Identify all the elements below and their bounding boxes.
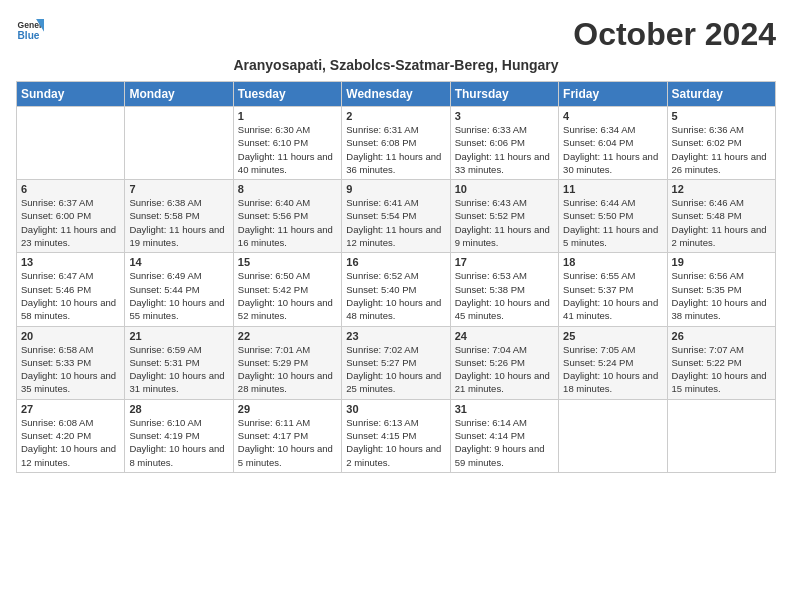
day-info: Sunrise: 7:05 AM Sunset: 5:24 PM Dayligh… [563,343,662,396]
day-number: 17 [455,256,554,268]
svg-text:Blue: Blue [18,30,40,41]
day-cell: 22Sunrise: 7:01 AM Sunset: 5:29 PM Dayli… [233,326,341,399]
day-info: Sunrise: 6:38 AM Sunset: 5:58 PM Dayligh… [129,196,228,249]
day-info: Sunrise: 6:08 AM Sunset: 4:20 PM Dayligh… [21,416,120,469]
day-info: Sunrise: 6:43 AM Sunset: 5:52 PM Dayligh… [455,196,554,249]
day-cell: 20Sunrise: 6:58 AM Sunset: 5:33 PM Dayli… [17,326,125,399]
day-cell: 31Sunrise: 6:14 AM Sunset: 4:14 PM Dayli… [450,399,558,472]
day-info: Sunrise: 6:59 AM Sunset: 5:31 PM Dayligh… [129,343,228,396]
day-info: Sunrise: 6:53 AM Sunset: 5:38 PM Dayligh… [455,269,554,322]
day-number: 20 [21,330,120,342]
day-cell: 10Sunrise: 6:43 AM Sunset: 5:52 PM Dayli… [450,180,558,253]
day-number: 13 [21,256,120,268]
subtitle: Aranyosapati, Szabolcs-Szatmar-Bereg, Hu… [16,57,776,73]
day-cell [667,399,775,472]
week-row-5: 27Sunrise: 6:08 AM Sunset: 4:20 PM Dayli… [17,399,776,472]
day-number: 18 [563,256,662,268]
day-cell [17,107,125,180]
day-cell: 18Sunrise: 6:55 AM Sunset: 5:37 PM Dayli… [559,253,667,326]
month-title: October 2024 [573,16,776,53]
day-number: 15 [238,256,337,268]
day-cell: 28Sunrise: 6:10 AM Sunset: 4:19 PM Dayli… [125,399,233,472]
day-cell: 11Sunrise: 6:44 AM Sunset: 5:50 PM Dayli… [559,180,667,253]
day-number: 22 [238,330,337,342]
week-row-1: 1Sunrise: 6:30 AM Sunset: 6:10 PM Daylig… [17,107,776,180]
day-cell: 16Sunrise: 6:52 AM Sunset: 5:40 PM Dayli… [342,253,450,326]
day-number: 10 [455,183,554,195]
day-number: 2 [346,110,445,122]
day-info: Sunrise: 6:44 AM Sunset: 5:50 PM Dayligh… [563,196,662,249]
weekday-header-sunday: Sunday [17,82,125,107]
day-info: Sunrise: 6:30 AM Sunset: 6:10 PM Dayligh… [238,123,337,176]
day-cell: 9Sunrise: 6:41 AM Sunset: 5:54 PM Daylig… [342,180,450,253]
day-info: Sunrise: 7:07 AM Sunset: 5:22 PM Dayligh… [672,343,771,396]
day-cell: 8Sunrise: 6:40 AM Sunset: 5:56 PM Daylig… [233,180,341,253]
day-cell: 25Sunrise: 7:05 AM Sunset: 5:24 PM Dayli… [559,326,667,399]
page-container: General Blue October 2024 Aranyosapati, … [0,0,792,481]
weekday-header-saturday: Saturday [667,82,775,107]
day-number: 29 [238,403,337,415]
day-info: Sunrise: 6:49 AM Sunset: 5:44 PM Dayligh… [129,269,228,322]
weekday-header-monday: Monday [125,82,233,107]
day-cell: 5Sunrise: 6:36 AM Sunset: 6:02 PM Daylig… [667,107,775,180]
weekday-header-tuesday: Tuesday [233,82,341,107]
header: General Blue October 2024 [16,16,776,53]
day-cell: 6Sunrise: 6:37 AM Sunset: 6:00 PM Daylig… [17,180,125,253]
day-cell: 2Sunrise: 6:31 AM Sunset: 6:08 PM Daylig… [342,107,450,180]
day-number: 6 [21,183,120,195]
day-cell: 26Sunrise: 7:07 AM Sunset: 5:22 PM Dayli… [667,326,775,399]
day-number: 27 [21,403,120,415]
week-row-3: 13Sunrise: 6:47 AM Sunset: 5:46 PM Dayli… [17,253,776,326]
day-number: 3 [455,110,554,122]
day-info: Sunrise: 6:11 AM Sunset: 4:17 PM Dayligh… [238,416,337,469]
day-cell: 17Sunrise: 6:53 AM Sunset: 5:38 PM Dayli… [450,253,558,326]
day-cell: 12Sunrise: 6:46 AM Sunset: 5:48 PM Dayli… [667,180,775,253]
day-number: 4 [563,110,662,122]
day-info: Sunrise: 6:31 AM Sunset: 6:08 PM Dayligh… [346,123,445,176]
day-number: 30 [346,403,445,415]
day-info: Sunrise: 6:33 AM Sunset: 6:06 PM Dayligh… [455,123,554,176]
day-cell: 4Sunrise: 6:34 AM Sunset: 6:04 PM Daylig… [559,107,667,180]
day-cell: 19Sunrise: 6:56 AM Sunset: 5:35 PM Dayli… [667,253,775,326]
day-cell: 30Sunrise: 6:13 AM Sunset: 4:15 PM Dayli… [342,399,450,472]
day-cell: 13Sunrise: 6:47 AM Sunset: 5:46 PM Dayli… [17,253,125,326]
day-cell: 1Sunrise: 6:30 AM Sunset: 6:10 PM Daylig… [233,107,341,180]
day-number: 23 [346,330,445,342]
day-number: 9 [346,183,445,195]
day-number: 1 [238,110,337,122]
day-number: 31 [455,403,554,415]
weekday-header-row: SundayMondayTuesdayWednesdayThursdayFrid… [17,82,776,107]
day-cell: 3Sunrise: 6:33 AM Sunset: 6:06 PM Daylig… [450,107,558,180]
day-info: Sunrise: 6:41 AM Sunset: 5:54 PM Dayligh… [346,196,445,249]
week-row-4: 20Sunrise: 6:58 AM Sunset: 5:33 PM Dayli… [17,326,776,399]
day-number: 25 [563,330,662,342]
day-number: 26 [672,330,771,342]
day-cell: 24Sunrise: 7:04 AM Sunset: 5:26 PM Dayli… [450,326,558,399]
day-number: 28 [129,403,228,415]
day-info: Sunrise: 6:10 AM Sunset: 4:19 PM Dayligh… [129,416,228,469]
day-cell: 21Sunrise: 6:59 AM Sunset: 5:31 PM Dayli… [125,326,233,399]
day-info: Sunrise: 6:40 AM Sunset: 5:56 PM Dayligh… [238,196,337,249]
logo-icon: General Blue [16,16,44,44]
day-info: Sunrise: 6:46 AM Sunset: 5:48 PM Dayligh… [672,196,771,249]
day-cell [559,399,667,472]
calendar-table: SundayMondayTuesdayWednesdayThursdayFrid… [16,81,776,473]
day-info: Sunrise: 6:14 AM Sunset: 4:14 PM Dayligh… [455,416,554,469]
day-number: 21 [129,330,228,342]
day-info: Sunrise: 6:52 AM Sunset: 5:40 PM Dayligh… [346,269,445,322]
day-cell: 7Sunrise: 6:38 AM Sunset: 5:58 PM Daylig… [125,180,233,253]
weekday-header-friday: Friday [559,82,667,107]
day-cell: 29Sunrise: 6:11 AM Sunset: 4:17 PM Dayli… [233,399,341,472]
day-info: Sunrise: 6:58 AM Sunset: 5:33 PM Dayligh… [21,343,120,396]
day-info: Sunrise: 6:37 AM Sunset: 6:00 PM Dayligh… [21,196,120,249]
day-info: Sunrise: 6:34 AM Sunset: 6:04 PM Dayligh… [563,123,662,176]
day-info: Sunrise: 6:36 AM Sunset: 6:02 PM Dayligh… [672,123,771,176]
day-cell: 27Sunrise: 6:08 AM Sunset: 4:20 PM Dayli… [17,399,125,472]
day-number: 5 [672,110,771,122]
logo: General Blue [16,16,44,44]
weekday-header-thursday: Thursday [450,82,558,107]
day-info: Sunrise: 7:01 AM Sunset: 5:29 PM Dayligh… [238,343,337,396]
day-number: 8 [238,183,337,195]
day-cell: 23Sunrise: 7:02 AM Sunset: 5:27 PM Dayli… [342,326,450,399]
day-info: Sunrise: 6:55 AM Sunset: 5:37 PM Dayligh… [563,269,662,322]
